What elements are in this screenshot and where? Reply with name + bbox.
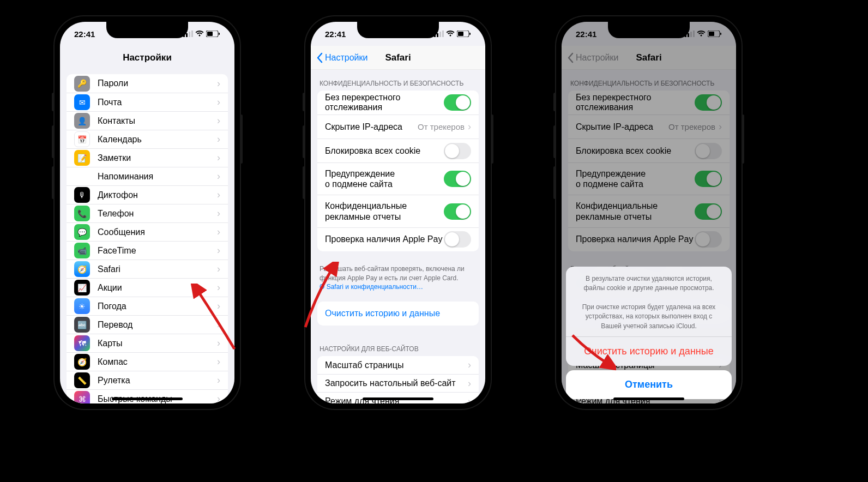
settings-label: Календарь	[98, 135, 217, 144]
section-header-websites: НАСТРОЙКИ ДЛЯ ВЕБ-САЙТОВ	[311, 335, 485, 356]
sheet-message: В результате очистки удаляются история, …	[566, 267, 732, 336]
chevron-right-icon: ›	[217, 115, 220, 126]
svg-rect-8	[437, 33, 438, 37]
chevron-right-icon: ›	[217, 208, 220, 219]
settings-label: Погода	[98, 302, 217, 311]
toggle-apple-pay-check[interactable]	[444, 231, 471, 248]
toggle-fraud-warning[interactable]	[444, 171, 471, 187]
row-cross-site-tracking[interactable]: Без перекрестного отслеживания	[317, 91, 479, 115]
chevron-right-icon: ›	[217, 356, 220, 367]
chevron-right-icon: ›	[217, 78, 220, 89]
nav-title: Safari	[385, 52, 411, 63]
svg-rect-1	[186, 33, 188, 37]
settings-row-safari[interactable]: 🧭 Safari ›	[67, 260, 228, 278]
status-time: 22:41	[74, 29, 95, 39]
row-label: Запросить настольный веб-сайт	[325, 378, 468, 388]
notch	[106, 22, 188, 38]
row-ad-reports[interactable]: Конфиденциальныерекламные отчеты	[317, 195, 479, 227]
app-icon: 🗓	[74, 168, 90, 184]
clear-history-action[interactable]: Очистить историю и данные	[566, 337, 732, 366]
chevron-right-icon: ›	[468, 359, 471, 371]
back-button[interactable]: Настройки	[316, 52, 367, 63]
settings-label: Почта	[98, 98, 217, 107]
home-indicator[interactable]	[613, 397, 684, 400]
chevron-right-icon: ›	[217, 300, 220, 312]
chevron-right-icon: ›	[468, 121, 471, 132]
safari-settings-content[interactable]: КОНФИДЕНЦИАЛЬНОСТЬ И БЕЗОПАСНОСТЬ Без пе…	[311, 70, 485, 403]
settings-row-facetime[interactable]: 📹 FaceTime ›	[67, 241, 228, 260]
settings-row-почта[interactable]: ✉ Почта ›	[67, 93, 228, 111]
row-request-desktop[interactable]: Запросить настольный веб-сайт ›	[317, 374, 479, 392]
row-apple-pay-check[interactable]: Проверка наличия Apple Pay	[317, 227, 479, 251]
settings-label: Заметки	[98, 153, 217, 163]
row-label: Масштаб страницы	[325, 360, 468, 370]
settings-row-быстрые команды[interactable]: ⌘ Быстрые команды ›	[67, 389, 228, 403]
row-label: Конфиденциальныерекламные отчеты	[325, 195, 444, 227]
svg-rect-6	[219, 33, 220, 35]
settings-label: Телефон	[98, 209, 217, 219]
row-block-cookies[interactable]: Блокировка всех cookie	[317, 138, 479, 162]
settings-list[interactable]: 🔑 Пароли › ✉ Почта › 👤 Контакты › 📅 Кале…	[60, 70, 234, 403]
row-page-zoom[interactable]: Масштаб страницы ›	[317, 356, 479, 374]
app-icon: 🔤	[74, 317, 90, 333]
settings-row-заметки[interactable]: 📝 Заметки ›	[67, 148, 228, 167]
home-indicator[interactable]	[363, 397, 433, 400]
svg-rect-10	[442, 31, 444, 37]
chevron-right-icon: ›	[217, 189, 220, 201]
nav-bar: Настройки Safari	[311, 46, 485, 70]
app-icon: 🔑	[74, 76, 90, 92]
privacy-link[interactable]: О Safari и конфиденциальности…	[320, 283, 423, 291]
chevron-right-icon: ›	[217, 171, 220, 182]
chevron-right-icon: ›	[468, 378, 471, 389]
chevron-right-icon: ›	[217, 226, 220, 238]
svg-rect-2	[189, 32, 190, 37]
settings-label: Контакты	[98, 116, 217, 126]
settings-row-пароли[interactable]: 🔑 Пароли ›	[67, 74, 228, 93]
section-header-privacy: КОНФИДЕНЦИАЛЬНОСТЬ И БЕЗОПАСНОСТЬ	[311, 70, 485, 91]
settings-label: Напоминания	[98, 172, 217, 182]
cancel-action[interactable]: Отменить	[566, 370, 732, 399]
row-detail: От трекеров	[418, 122, 465, 131]
row-label: Блокировка всех cookie	[325, 146, 444, 156]
svg-rect-9	[439, 32, 441, 37]
chevron-right-icon: ›	[217, 97, 220, 108]
clear-history-row[interactable]: Очистить историю и данные	[317, 302, 479, 326]
app-icon: 📏	[74, 372, 90, 388]
app-icon: 👤	[74, 113, 90, 129]
settings-row-телефон[interactable]: 📞 Телефон ›	[67, 204, 228, 222]
row-label: Проверка наличия Apple Pay	[325, 234, 444, 244]
settings-row-календарь[interactable]: 📅 Календарь ›	[67, 130, 228, 148]
settings-row-напоминания[interactable]: 🗓 Напоминания ›	[67, 167, 228, 185]
back-label: Настройки	[325, 53, 367, 63]
status-time: 22:41	[325, 29, 346, 39]
settings-row-карты[interactable]: 🗺 Карты ›	[67, 334, 228, 352]
settings-row-рулетка[interactable]: 📏 Рулетка ›	[67, 371, 228, 389]
chevron-right-icon: ›	[217, 134, 220, 145]
settings-label: Диктофон	[98, 190, 217, 200]
phone-safari-settings: 22:41 Настройки Safari КОНФИДЕНЦИАЛЬНОСТ…	[305, 16, 491, 409]
toggle-ad-reports[interactable]	[444, 203, 471, 220]
settings-row-компас[interactable]: 🧭 Компас ›	[67, 352, 228, 371]
settings-label: Акции	[98, 283, 217, 293]
app-icon: 📈	[74, 280, 90, 296]
settings-row-сообщения[interactable]: 💬 Сообщения ›	[67, 222, 228, 241]
chevron-right-icon: ›	[217, 319, 220, 330]
home-indicator[interactable]	[112, 397, 183, 400]
settings-label: FaceTime	[98, 246, 217, 256]
toggle-block-cookies[interactable]	[444, 143, 471, 159]
row-fraud-warning[interactable]: Предупреждениео подмене сайта	[317, 162, 479, 195]
row-hide-ip[interactable]: Скрытие IP-адреса От трекеров ›	[317, 115, 479, 138]
settings-row-диктофон[interactable]: 🎙 Диктофон ›	[67, 185, 228, 204]
app-icon: ✉	[74, 94, 90, 110]
wifi-icon	[446, 31, 455, 37]
settings-row-перевод[interactable]: 🔤 Перевод ›	[67, 315, 228, 334]
app-icon: 📅	[74, 131, 90, 147]
settings-label: Компас	[98, 357, 217, 367]
settings-row-контакты[interactable]: 👤 Контакты ›	[67, 111, 228, 130]
svg-rect-13	[469, 33, 471, 35]
svg-rect-12	[458, 32, 463, 36]
settings-row-акции[interactable]: 📈 Акции ›	[67, 278, 228, 297]
toggle-cross-site-tracking[interactable]	[444, 94, 471, 111]
app-icon: 📝	[74, 150, 90, 166]
settings-row-погода[interactable]: ☀ Погода ›	[67, 297, 228, 315]
